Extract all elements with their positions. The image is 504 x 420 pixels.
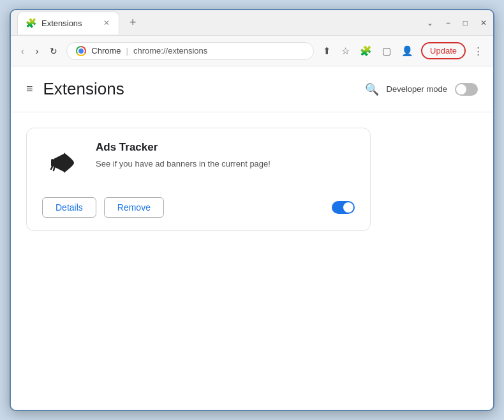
browser-window: 🧩 Extensions ✕ + ⌄ − □ ✕ ‹ › ↻ Chrome | … (10, 9, 494, 411)
close-button[interactable]: ✕ (480, 19, 487, 27)
bookmark-icon[interactable]: ☆ (339, 43, 352, 59)
update-button[interactable]: Update (421, 42, 466, 59)
extension-enable-toggle[interactable] (332, 201, 355, 214)
forward-button[interactable]: › (33, 43, 41, 59)
page-content: ≡ Extensions 🔍 Developer mode PC RISK.CO… (11, 66, 493, 410)
address-bar: ‹ › ↻ Chrome | chrome://extensions ⬆ ☆ 🧩… (11, 36, 493, 66)
new-tab-button[interactable]: + (124, 13, 142, 32)
menu-dots-icon[interactable]: ⋮ (471, 43, 485, 59)
minimize-button[interactable]: − (446, 19, 450, 27)
url-bar[interactable]: Chrome | chrome://extensions (66, 42, 314, 60)
refresh-button[interactable]: ↻ (47, 43, 60, 59)
address-separator: | (126, 46, 128, 56)
tab-title: Extensions (41, 19, 97, 28)
extensions-list: PC RISK.COM (11, 112, 493, 246)
share-icon[interactable]: ⬆ (320, 43, 334, 59)
browser-name-text: Chrome (91, 46, 121, 56)
chrome-logo-icon (76, 46, 86, 56)
search-icon[interactable]: 🔍 (365, 82, 379, 96)
profile-icon[interactable]: 👤 (399, 43, 416, 59)
extension-info: Ads Tracker See if you have ad banners i… (42, 141, 355, 182)
extension-actions: Details Remove (42, 197, 355, 218)
extension-name: Ads Tracker (96, 141, 355, 154)
browser-tab[interactable]: 🧩 Extensions ✕ (17, 11, 119, 34)
page-title: Extensions (43, 79, 365, 99)
developer-mode-toggle[interactable] (455, 83, 478, 96)
developer-mode-label: Developer mode (387, 84, 447, 94)
extension-card: Ads Tracker See if you have ad banners i… (26, 128, 371, 231)
details-button[interactable]: Details (42, 197, 96, 218)
remove-button[interactable]: Remove (104, 197, 164, 218)
hamburger-menu-button[interactable]: ≡ (26, 82, 33, 96)
chevron-down-icon[interactable]: ⌄ (427, 19, 433, 27)
svg-marker-0 (54, 154, 64, 172)
tab-close-icon[interactable]: ✕ (102, 17, 111, 29)
extensions-icon[interactable]: 🧩 (357, 43, 374, 59)
maximize-button[interactable]: □ (463, 19, 468, 27)
title-bar: 🧩 Extensions ✕ + ⌄ − □ ✕ (11, 10, 493, 36)
header-right-controls: 🔍 Developer mode (365, 82, 478, 96)
extension-description: See if you have ad banners in the curren… (96, 158, 355, 170)
url-text: chrome://extensions (133, 46, 207, 56)
extension-icon (42, 141, 83, 182)
sidebar-icon[interactable]: ▢ (380, 43, 394, 59)
extension-details: Ads Tracker See if you have ad banners i… (96, 141, 355, 170)
toolbar-icons: ⬆ ☆ 🧩 ▢ 👤 Update ⋮ (320, 42, 485, 59)
window-controls: ⌄ − □ ✕ (427, 19, 487, 27)
extensions-header: ≡ Extensions 🔍 Developer mode (11, 66, 493, 112)
megaphone-svg-icon (46, 145, 79, 178)
back-button[interactable]: ‹ (19, 43, 27, 59)
tab-puzzle-icon: 🧩 (26, 18, 36, 28)
